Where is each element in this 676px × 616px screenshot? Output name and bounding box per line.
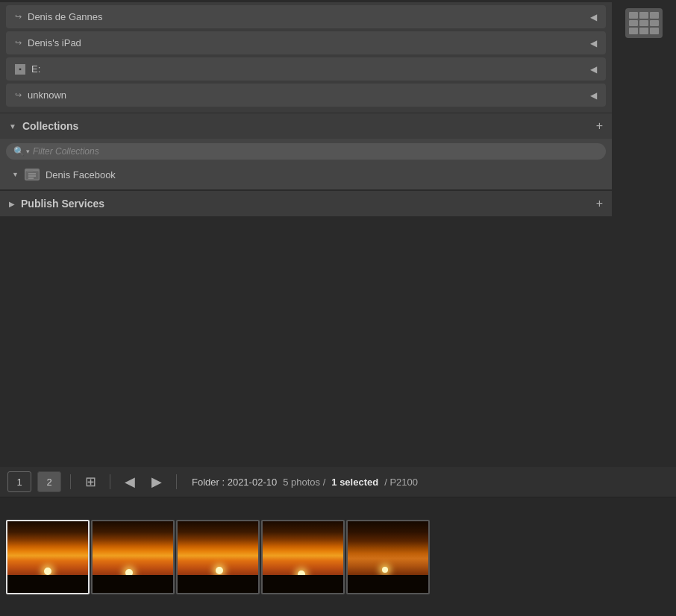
collections-add-button[interactable]: + [596, 119, 603, 133]
grid-view-button[interactable] [625, 8, 663, 38]
collections-body: 🔍 ▾ ▼ [0, 139, 612, 189]
dropdown-arrow-icon: ▾ [26, 148, 30, 155]
publish-services-section: ▶ Publish Services + [0, 189, 612, 216]
grid-cell [629, 12, 638, 19]
collections-section: ▼ Collections + 🔍 ▾ [0, 113, 612, 189]
grid-cell [629, 20, 638, 27]
sync-arrow-icon: ↪ [15, 38, 22, 48]
thumbnail-5[interactable] [346, 520, 430, 594]
source-item-unknown[interactable]: ↪ unknown ◀ [6, 84, 606, 107]
chevron-icon: ◀ [590, 64, 597, 75]
chevron-icon: ◀ [590, 12, 597, 22]
sync-arrow-icon: ↪ [15, 12, 22, 22]
triangle-down-icon[interactable]: ▼ [9, 122, 16, 131]
nav-forward-button[interactable]: ▶ [146, 471, 167, 492]
grid-cell [650, 20, 659, 27]
grid-cell [639, 28, 648, 34]
source-list: ↪ Denis de Gannes ◀ ↪ Denis's iPad ◀ [0, 2, 612, 113]
collection-expand-icon: ▼ [12, 171, 19, 178]
thumbnail-3[interactable] [176, 520, 260, 594]
source-item-label: unknown [28, 89, 66, 101]
folder-label: Folder : 2021-02-10 [192, 477, 277, 488]
grid-cell [650, 12, 659, 19]
grid-cell [650, 28, 659, 34]
tab-2-button[interactable]: 2 [37, 471, 61, 492]
search-icon: 🔍 ▾ [13, 146, 30, 157]
thumbnail-4[interactable] [261, 520, 345, 594]
triangle-right-icon[interactable]: ▶ [9, 200, 15, 208]
thumbnail-1[interactable] [6, 520, 90, 594]
chevron-icon: ◀ [590, 38, 597, 48]
source-item-label: Denis de Gannes [28, 11, 102, 22]
tab-divider [176, 474, 177, 489]
source-item-denis-gannes[interactable]: ↪ Denis de Gannes ◀ [6, 5, 606, 28]
app-container: ↪ Denis de Gannes ◀ ↪ Denis's iPad ◀ [0, 0, 676, 616]
tab-divider [110, 474, 110, 489]
mosaic-view-button[interactable]: ⊞ [80, 471, 101, 492]
nav-back-button[interactable]: ◀ [119, 471, 140, 492]
filter-input-wrapper[interactable]: 🔍 ▾ [6, 143, 606, 160]
collections-title: Collections [22, 120, 78, 132]
drive-icon: ▪ [15, 64, 25, 75]
path-label: / P2100 [384, 477, 418, 488]
filmstrip-toolbar: 1 2 ⊞ ◀ ▶ Folder : 2021-02-10 5 photos /… [0, 467, 676, 497]
tab-divider [70, 474, 71, 489]
publish-services-title: Publish Services [21, 198, 104, 210]
photo-count: 5 photos / [283, 477, 325, 488]
thumbnails-strip [0, 497, 676, 616]
grid-cell [629, 28, 638, 34]
tab-1-button[interactable]: 1 [7, 471, 31, 492]
chevron-icon: ◀ [590, 90, 597, 101]
collection-set-icon [25, 169, 40, 180]
collections-header: ▼ Collections + [0, 113, 612, 139]
source-item-denis-ipad[interactable]: ↪ Denis's iPad ◀ [6, 31, 606, 54]
folder-info: Folder : 2021-02-10 5 photos / 1 selecte… [192, 477, 418, 488]
sync-arrow-icon: ↪ [15, 90, 22, 100]
filmstrip-bar: 1 2 ⊞ ◀ ▶ Folder : 2021-02-10 5 photos /… [0, 467, 676, 616]
source-item-label: Denis's iPad [28, 37, 81, 48]
collection-item-denis-facebook[interactable]: ▼ Denis Facebook [6, 164, 606, 185]
source-item-drive-e[interactable]: ▪ E: ◀ [6, 57, 606, 81]
publish-services-header: ▶ Publish Services + [0, 190, 612, 216]
grid-cell [639, 12, 648, 19]
svg-rect-1 [27, 169, 33, 172]
selected-count: 1 selected [331, 477, 378, 488]
grid-cell [639, 20, 648, 27]
filter-collections-input[interactable] [33, 146, 598, 157]
thumbnail-2[interactable] [91, 520, 175, 594]
source-item-label: E: [31, 63, 40, 75]
publish-services-add-button[interactable]: + [596, 197, 603, 210]
collection-item-label: Denis Facebook [46, 169, 116, 180]
